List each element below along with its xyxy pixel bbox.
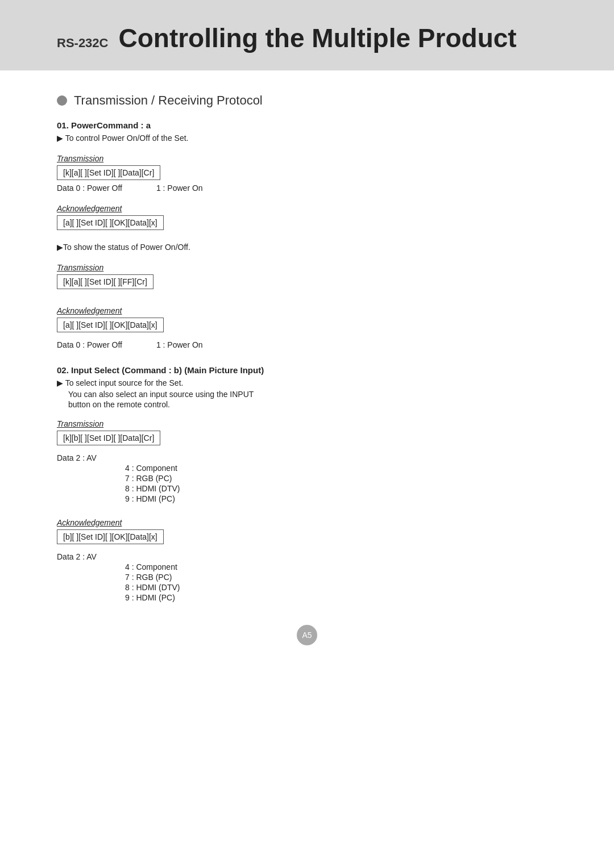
data-01a-on: 1 : Power On — [156, 183, 203, 193]
transmission-code-01a: [k][a][ ][Set ID][ ][Data][Cr] — [57, 165, 160, 180]
section-heading: Transmission / Receiving Protocol — [57, 93, 557, 108]
command-01-desc1: ▶ To control Power On/Off of the Set. — [57, 133, 557, 143]
transmission-label-02: Transmission — [57, 419, 557, 428]
data-row-01b: Data 0 : Power Off 1 : Power On — [57, 340, 557, 349]
command-01-desc2: ▶To show the status of Power On/Off. — [57, 243, 557, 252]
command-02-desc1: ▶ To select input source for the Set. — [57, 378, 557, 387]
data-item-02-3: 9 : HDMI (PC) — [57, 494, 557, 503]
main-title: Controlling the Multiple Product — [118, 23, 516, 53]
data-item-02b-2: 8 : HDMI (DTV) — [57, 583, 557, 592]
data-item-02-0: 4 : Component — [57, 464, 557, 473]
data-01b-on: 1 : Power On — [156, 340, 203, 349]
command-01-block: 01. PowerCommand : a ▶ To control Power … — [57, 120, 557, 349]
page-number-area: A5 — [57, 625, 557, 645]
data-item-02-1: 7 : RGB (PC) — [57, 474, 557, 483]
data-header-02: Data 2 : AV — [57, 453, 557, 462]
command-02-label: 02. Input Select (Command : b) (Main Pic… — [57, 365, 557, 375]
header-section: RS-232C Controlling the Multiple Product — [0, 0, 614, 70]
content-area: Transmission / Receiving Protocol 01. Po… — [0, 70, 614, 679]
data-header-02b: Data 2 : AV — [57, 552, 557, 561]
rs232c-label: RS-232C — [57, 36, 108, 51]
ack-label-02: Acknowledgement — [57, 518, 557, 527]
ack-code-01b: [a][ ][Set ID][ ][OK][Data][x] — [57, 318, 164, 332]
ack-label-01b: Acknowledgement — [57, 306, 557, 315]
transmission-code-02: [k][b][ ][Set ID][ ][Data][Cr] — [57, 431, 160, 445]
data-item-02-2: 8 : HDMI (DTV) — [57, 484, 557, 493]
data-item-02b-1: 7 : RGB (PC) — [57, 573, 557, 582]
page-number: A5 — [297, 625, 317, 645]
transmission-label-01b: Transmission — [57, 263, 557, 272]
data-row-01a: Data 0 : Power Off 1 : Power On — [57, 183, 557, 193]
page-container: RS-232C Controlling the Multiple Product… — [0, 0, 614, 868]
command-01-label: 01. PowerCommand : a — [57, 120, 557, 130]
command-02-desc2: You can also select an input source usin… — [57, 390, 557, 399]
command-02-desc3: button on the remote control. — [57, 400, 557, 409]
circle-bullet-icon — [57, 95, 67, 106]
ack-code-02: [b][ ][Set ID][ ][OK][Data][x] — [57, 529, 164, 544]
data-01a-off: Data 0 : Power Off — [57, 183, 122, 193]
ack-label-01a: Acknowledgement — [57, 204, 557, 213]
data-01b-off: Data 0 : Power Off — [57, 340, 122, 349]
command-02-block: 02. Input Select (Command : b) (Main Pic… — [57, 365, 557, 602]
transmission-code-01b: [k][a][ ][Set ID][ ][FF][Cr] — [57, 274, 154, 289]
section-title: Transmission / Receiving Protocol — [74, 93, 263, 108]
ack-code-01a: [a][ ][Set ID][ ][OK][Data][x] — [57, 215, 164, 230]
data-item-02b-3: 9 : HDMI (PC) — [57, 593, 557, 602]
transmission-label-01a: Transmission — [57, 154, 557, 163]
data-item-02b-0: 4 : Component — [57, 562, 557, 571]
